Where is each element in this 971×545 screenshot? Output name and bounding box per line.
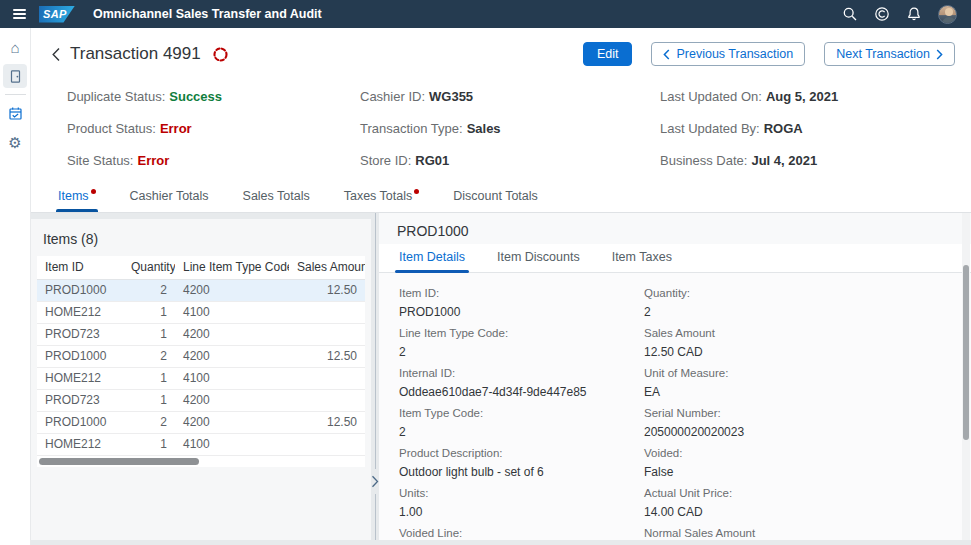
field-value: Jul 4, 2021 [751, 153, 817, 168]
cell-quantity: 1 [123, 324, 175, 346]
horizontal-scrollbar[interactable] [37, 456, 365, 467]
tab-label: Sales Totals [243, 189, 310, 203]
chevron-right-icon [371, 475, 379, 488]
chevron-right-icon [936, 49, 943, 60]
field-value: Sales [467, 121, 501, 136]
cell-sales-amount: 12.50 [289, 412, 365, 434]
vertical-scrollbar-thumb[interactable] [963, 265, 969, 440]
field-value: Error [160, 121, 192, 136]
home-icon[interactable]: ⌂ [3, 35, 27, 59]
detail-field-value: 2 [644, 304, 947, 320]
header-field: Last Updated On:Aug 5, 2021 [660, 88, 971, 120]
back-button[interactable] [51, 47, 61, 62]
items-panel: Items (8) Item ID Quantity Line Item Typ… [31, 219, 371, 540]
item-row[interactable]: HOME212 1 4100 [37, 434, 365, 456]
cell-item-id: PROD1000 [37, 346, 123, 368]
field-label: Site Status: [67, 153, 133, 168]
vertical-scrollbar[interactable] [962, 213, 970, 540]
section-tab[interactable]: Items [56, 186, 98, 212]
detail-field: Internal ID: Oddeae610dae7-4d34f-9de447e… [399, 366, 644, 400]
detail-field-value: 2 [399, 424, 644, 440]
detail-field-label: Units: [399, 486, 644, 501]
search-icon[interactable] [842, 6, 858, 22]
cell-quantity: 1 [123, 390, 175, 412]
audit-icon[interactable] [3, 101, 27, 125]
detail-field: Sales Amount 12.50 CAD [644, 326, 947, 360]
detail-tab[interactable]: Item Taxes [610, 244, 674, 272]
panel-splitter[interactable] [371, 213, 379, 540]
col-line-item-type-code: Line Item Type Code [175, 256, 289, 280]
field-label: Transaction Type: [360, 121, 463, 136]
item-row[interactable]: PROD1000 2 4200 12.50 [37, 280, 365, 302]
item-row[interactable]: PROD723 1 4200 [37, 324, 365, 346]
col-item-id: Item ID [37, 256, 123, 280]
menu-icon[interactable] [10, 6, 29, 22]
item-row[interactable]: HOME212 1 4100 [37, 368, 365, 390]
detail-field-value: 205000020020023 [644, 424, 947, 440]
transaction-alert-icon [212, 46, 229, 63]
section-tab[interactable]: Taxes Totals [342, 186, 422, 212]
cell-quantity: 2 [123, 412, 175, 434]
detail-field-value: Oddeae610dae7-4d34f-9de447e85 [399, 384, 644, 400]
alert-dot-icon [414, 189, 419, 194]
cell-item-id: PROD723 [37, 324, 123, 346]
bell-icon[interactable] [906, 6, 922, 22]
detail-tab[interactable]: Item Discounts [495, 244, 582, 272]
detail-field-value: False [644, 464, 947, 480]
edit-button[interactable]: Edit [583, 42, 633, 66]
cell-sales-amount [289, 368, 365, 390]
copilot-icon[interactable] [874, 6, 890, 22]
cell-sales-amount: 12.50 [289, 280, 365, 302]
cell-sales-amount [289, 434, 365, 456]
cell-item-id: HOME212 [37, 368, 123, 390]
cell-sales-amount [289, 390, 365, 412]
items-panel-title: Items (8) [31, 219, 371, 256]
detail-field: Line Item Type Code: 2 [399, 326, 644, 360]
detail-field: Voided: False [644, 446, 947, 480]
detail-field-label: Normal Sales Amount [644, 526, 947, 540]
detail-title: PROD1000 [379, 213, 971, 244]
previous-transaction-button[interactable]: Previous Transaction [651, 42, 805, 66]
section-tab[interactable]: Sales Totals [241, 186, 312, 212]
cell-sales-amount [289, 324, 365, 346]
col-quantity: Quantity [123, 256, 175, 280]
expand-panel-button[interactable] [371, 469, 379, 494]
tab-label: Taxes Totals [344, 189, 413, 203]
section-tab[interactable]: Discount Totals [451, 186, 540, 212]
item-row[interactable]: PROD1000 2 4200 12.50 [37, 412, 365, 434]
field-value: Aug 5, 2021 [766, 89, 838, 104]
previous-transaction-label: Previous Transaction [676, 47, 793, 61]
items-table-header: Item ID Quantity Line Item Type Code Sal… [37, 256, 365, 280]
detail-field-value: EA [644, 384, 947, 400]
cell-line-item-type-code: 4200 [175, 390, 289, 412]
detail-tab-label: Item Taxes [612, 250, 672, 264]
header-field: Product Status:Error [67, 120, 360, 152]
cell-quantity: 2 [123, 346, 175, 368]
item-row[interactable]: HOME212 1 4100 [37, 302, 365, 324]
settings-gear-icon[interactable]: ⚙ [3, 130, 27, 154]
avatar[interactable] [938, 5, 957, 24]
detail-tab[interactable]: Item Details [397, 244, 467, 272]
section-tab[interactable]: Cashier Totals [128, 186, 211, 212]
cell-line-item-type-code: 4100 [175, 302, 289, 324]
detail-field-label: Internal ID: [399, 366, 644, 381]
next-transaction-label: Next Transaction [836, 47, 930, 61]
detail-field-value: 14.00 CAD [644, 504, 947, 520]
detail-field: Voided Line: 1 [399, 526, 644, 540]
cell-item-id: HOME212 [37, 302, 123, 324]
cell-item-id: PROD723 [37, 390, 123, 412]
horizontal-scrollbar-thumb[interactable] [39, 458, 199, 465]
detail-tab-label: Item Details [399, 250, 465, 264]
cell-sales-amount [289, 302, 365, 324]
header-field: Site Status:Error [67, 152, 360, 184]
transactions-icon[interactable] [3, 64, 27, 88]
detail-field-value: 1.00 [399, 504, 644, 520]
item-row[interactable]: PROD1000 2 4200 12.50 [37, 346, 365, 368]
item-row[interactable]: PROD723 1 4200 [37, 390, 365, 412]
header-field: Store ID:RG01 [360, 152, 660, 184]
header-fields: Duplicate Status:SuccessProduct Status:E… [31, 73, 971, 186]
detail-field: Item Type Code: 2 [399, 406, 644, 440]
next-transaction-button[interactable]: Next Transaction [824, 42, 955, 66]
detail-field: Product Description: Outdoor light bulb … [399, 446, 644, 480]
header-field: Duplicate Status:Success [67, 88, 360, 120]
